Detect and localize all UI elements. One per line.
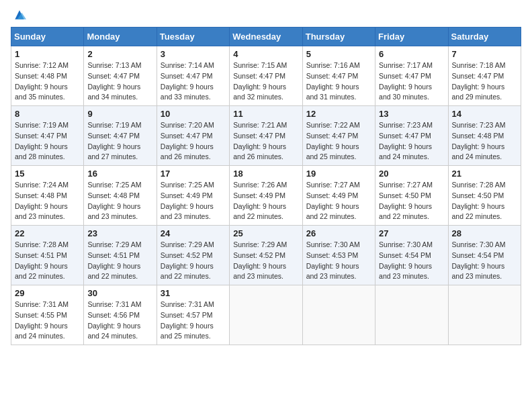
day-info: Sunrise: 7:30 AMSunset: 4:54 PMDaylight:… <box>379 240 433 280</box>
day-info: Sunrise: 7:31 AMSunset: 4:57 PMDaylight:… <box>161 300 214 340</box>
calendar-cell: 15 Sunrise: 7:24 AMSunset: 4:48 PMDaylig… <box>11 166 84 226</box>
calendar-cell: 11 Sunrise: 7:21 AMSunset: 4:47 PMDaylig… <box>230 106 302 166</box>
calendar-week-row: 1 Sunrise: 7:12 AMSunset: 4:48 PMDayligh… <box>11 46 521 106</box>
day-info: Sunrise: 7:23 AMSunset: 4:47 PMDaylight:… <box>379 121 433 161</box>
day-number: 25 <box>233 228 298 238</box>
calendar-cell <box>302 285 375 345</box>
calendar-cell: 13 Sunrise: 7:23 AMSunset: 4:47 PMDaylig… <box>375 106 448 166</box>
calendar-cell: 9 Sunrise: 7:19 AMSunset: 4:47 PMDayligh… <box>84 106 157 166</box>
day-number: 30 <box>87 288 152 298</box>
calendar-cell: 12 Sunrise: 7:22 AMSunset: 4:47 PMDaylig… <box>302 106 375 166</box>
day-info: Sunrise: 7:18 AMSunset: 4:47 PMDaylight:… <box>452 61 506 101</box>
calendar-header-saturday: Saturday <box>448 28 521 46</box>
day-number: 4 <box>233 49 298 59</box>
calendar-cell: 27 Sunrise: 7:30 AMSunset: 4:54 PMDaylig… <box>375 226 448 285</box>
calendar-week-row: 15 Sunrise: 7:24 AMSunset: 4:48 PMDaylig… <box>11 166 521 226</box>
calendar-cell: 22 Sunrise: 7:28 AMSunset: 4:51 PMDaylig… <box>11 226 84 285</box>
calendar-cell: 6 Sunrise: 7:17 AMSunset: 4:47 PMDayligh… <box>375 46 448 106</box>
day-info: Sunrise: 7:15 AMSunset: 4:47 PMDaylight:… <box>233 61 287 101</box>
day-info: Sunrise: 7:30 AMSunset: 4:54 PMDaylight:… <box>452 240 506 280</box>
day-info: Sunrise: 7:27 AMSunset: 4:49 PMDaylight:… <box>306 181 360 220</box>
calendar-week-row: 29 Sunrise: 7:31 AMSunset: 4:55 PMDaylig… <box>11 285 521 345</box>
day-number: 26 <box>306 228 371 238</box>
calendar-cell: 31 Sunrise: 7:31 AMSunset: 4:57 PMDaylig… <box>157 285 229 345</box>
calendar-cell: 19 Sunrise: 7:27 AMSunset: 4:49 PMDaylig… <box>302 166 375 226</box>
calendar-cell: 24 Sunrise: 7:29 AMSunset: 4:52 PMDaylig… <box>157 226 229 285</box>
day-info: Sunrise: 7:16 AMSunset: 4:47 PMDaylight:… <box>306 61 360 101</box>
day-number: 31 <box>161 288 226 298</box>
calendar-cell: 21 Sunrise: 7:28 AMSunset: 4:50 PMDaylig… <box>448 166 521 226</box>
day-number: 9 <box>87 109 152 119</box>
day-number: 18 <box>233 169 298 179</box>
day-info: Sunrise: 7:23 AMSunset: 4:48 PMDaylight:… <box>452 121 506 161</box>
calendar-cell: 7 Sunrise: 7:18 AMSunset: 4:47 PMDayligh… <box>448 46 521 106</box>
day-info: Sunrise: 7:14 AMSunset: 4:47 PMDaylight:… <box>161 61 214 101</box>
day-info: Sunrise: 7:29 AMSunset: 4:51 PMDaylight:… <box>87 240 141 280</box>
calendar-header-thursday: Thursday <box>302 28 375 46</box>
calendar-cell: 30 Sunrise: 7:31 AMSunset: 4:56 PMDaylig… <box>84 285 157 345</box>
day-info: Sunrise: 7:30 AMSunset: 4:53 PMDaylight:… <box>306 240 360 280</box>
day-number: 5 <box>306 49 371 59</box>
day-info: Sunrise: 7:31 AMSunset: 4:55 PMDaylight:… <box>15 300 69 340</box>
calendar-cell: 28 Sunrise: 7:30 AMSunset: 4:54 PMDaylig… <box>448 226 521 285</box>
day-info: Sunrise: 7:12 AMSunset: 4:48 PMDaylight:… <box>15 61 69 101</box>
calendar-cell: 25 Sunrise: 7:29 AMSunset: 4:52 PMDaylig… <box>230 226 302 285</box>
logo <box>11 11 26 21</box>
calendar-week-row: 22 Sunrise: 7:28 AMSunset: 4:51 PMDaylig… <box>11 226 521 285</box>
day-info: Sunrise: 7:19 AMSunset: 4:47 PMDaylight:… <box>87 121 141 161</box>
day-info: Sunrise: 7:26 AMSunset: 4:49 PMDaylight:… <box>233 181 287 220</box>
calendar-header-wednesday: Wednesday <box>230 28 302 46</box>
calendar-body: 1 Sunrise: 7:12 AMSunset: 4:48 PMDayligh… <box>11 46 521 345</box>
day-info: Sunrise: 7:24 AMSunset: 4:48 PMDaylight:… <box>15 181 69 220</box>
day-number: 19 <box>306 169 371 179</box>
calendar-header-row: SundayMondayTuesdayWednesdayThursdayFrid… <box>11 28 521 46</box>
day-info: Sunrise: 7:28 AMSunset: 4:51 PMDaylight:… <box>15 240 69 280</box>
calendar-cell: 3 Sunrise: 7:14 AMSunset: 4:47 PMDayligh… <box>157 46 229 106</box>
day-info: Sunrise: 7:22 AMSunset: 4:47 PMDaylight:… <box>306 121 360 161</box>
calendar-cell: 1 Sunrise: 7:12 AMSunset: 4:48 PMDayligh… <box>11 46 84 106</box>
calendar-cell: 4 Sunrise: 7:15 AMSunset: 4:47 PMDayligh… <box>230 46 302 106</box>
calendar-cell: 29 Sunrise: 7:31 AMSunset: 4:55 PMDaylig… <box>11 285 84 345</box>
day-number: 15 <box>15 169 80 179</box>
day-number: 27 <box>379 228 444 238</box>
calendar-cell: 26 Sunrise: 7:30 AMSunset: 4:53 PMDaylig… <box>302 226 375 285</box>
day-number: 3 <box>161 49 226 59</box>
day-info: Sunrise: 7:13 AMSunset: 4:47 PMDaylight:… <box>87 61 141 101</box>
calendar-cell <box>448 285 521 345</box>
day-number: 16 <box>87 169 152 179</box>
logo-icon <box>13 8 26 21</box>
calendar-header-monday: Monday <box>84 28 157 46</box>
calendar-cell: 17 Sunrise: 7:25 AMSunset: 4:49 PMDaylig… <box>157 166 229 226</box>
day-info: Sunrise: 7:25 AMSunset: 4:48 PMDaylight:… <box>87 181 141 220</box>
day-info: Sunrise: 7:29 AMSunset: 4:52 PMDaylight:… <box>233 240 287 280</box>
day-number: 24 <box>161 228 226 238</box>
calendar-table: SundayMondayTuesdayWednesdayThursdayFrid… <box>11 27 521 345</box>
day-number: 21 <box>452 169 517 179</box>
calendar-cell: 8 Sunrise: 7:19 AMSunset: 4:47 PMDayligh… <box>11 106 84 166</box>
day-number: 20 <box>379 169 444 179</box>
day-number: 14 <box>452 109 517 119</box>
calendar-cell: 20 Sunrise: 7:27 AMSunset: 4:50 PMDaylig… <box>375 166 448 226</box>
day-number: 12 <box>306 109 371 119</box>
calendar-cell: 23 Sunrise: 7:29 AMSunset: 4:51 PMDaylig… <box>84 226 157 285</box>
day-info: Sunrise: 7:21 AMSunset: 4:47 PMDaylight:… <box>233 121 287 161</box>
day-number: 6 <box>379 49 444 59</box>
day-info: Sunrise: 7:17 AMSunset: 4:47 PMDaylight:… <box>379 61 433 101</box>
calendar-header-sunday: Sunday <box>11 28 84 46</box>
day-number: 13 <box>379 109 444 119</box>
calendar-cell: 16 Sunrise: 7:25 AMSunset: 4:48 PMDaylig… <box>84 166 157 226</box>
day-info: Sunrise: 7:31 AMSunset: 4:56 PMDaylight:… <box>87 300 141 340</box>
calendar-cell <box>375 285 448 345</box>
calendar-cell: 18 Sunrise: 7:26 AMSunset: 4:49 PMDaylig… <box>230 166 302 226</box>
calendar-cell: 5 Sunrise: 7:16 AMSunset: 4:47 PMDayligh… <box>302 46 375 106</box>
day-info: Sunrise: 7:20 AMSunset: 4:47 PMDaylight:… <box>161 121 214 161</box>
calendar-cell: 2 Sunrise: 7:13 AMSunset: 4:47 PMDayligh… <box>84 46 157 106</box>
day-number: 28 <box>452 228 517 238</box>
calendar-header-friday: Friday <box>375 28 448 46</box>
day-number: 17 <box>161 169 226 179</box>
day-number: 8 <box>15 109 80 119</box>
day-number: 22 <box>15 228 80 238</box>
calendar-cell: 14 Sunrise: 7:23 AMSunset: 4:48 PMDaylig… <box>448 106 521 166</box>
calendar-cell: 10 Sunrise: 7:20 AMSunset: 4:47 PMDaylig… <box>157 106 229 166</box>
calendar-week-row: 8 Sunrise: 7:19 AMSunset: 4:47 PMDayligh… <box>11 106 521 166</box>
